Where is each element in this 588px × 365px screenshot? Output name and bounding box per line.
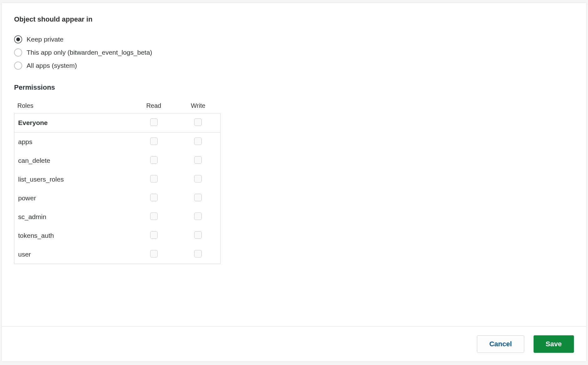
- write-cell: [176, 132, 220, 152]
- appear-in-radio-group: Keep privateThis app only (bitwarden_eve…: [14, 35, 574, 70]
- radio-button-icon[interactable]: [14, 62, 22, 70]
- radio-label: All apps (system): [27, 62, 77, 69]
- permissions-row: tokens_auth: [14, 226, 220, 245]
- read-checkbox[interactable]: [150, 138, 158, 145]
- role-name-cell: list_users_roles: [14, 170, 132, 189]
- role-name-cell: Everyone: [14, 113, 132, 132]
- permissions-heading: Permissions: [14, 83, 574, 92]
- permissions-header-row: Roles Read Write: [14, 102, 220, 113]
- write-cell: [176, 113, 220, 132]
- settings-panel: Object should appear in Keep privateThis…: [1, 2, 587, 362]
- col-header-read: Read: [132, 102, 176, 113]
- read-cell: [132, 113, 176, 132]
- radio-label: Keep private: [27, 36, 63, 43]
- permissions-row: sc_admin: [14, 208, 220, 226]
- write-checkbox[interactable]: [194, 175, 202, 182]
- read-checkbox[interactable]: [150, 231, 158, 239]
- col-header-roles: Roles: [14, 102, 132, 113]
- write-checkbox[interactable]: [194, 212, 202, 220]
- write-cell: [176, 151, 220, 170]
- permissions-table: Roles Read Write Everyoneappscan_deletel…: [14, 102, 220, 264]
- read-checkbox[interactable]: [150, 212, 158, 220]
- role-name-cell: power: [14, 189, 132, 208]
- read-checkbox[interactable]: [150, 156, 158, 164]
- role-name-cell: apps: [14, 132, 132, 152]
- read-cell: [132, 226, 176, 245]
- read-checkbox[interactable]: [150, 250, 158, 258]
- permissions-row: user: [14, 245, 220, 264]
- read-checkbox[interactable]: [150, 175, 158, 182]
- save-button[interactable]: Save: [534, 335, 574, 353]
- write-checkbox[interactable]: [194, 250, 202, 258]
- read-cell: [132, 132, 176, 152]
- write-cell: [176, 245, 220, 264]
- read-cell: [132, 245, 176, 264]
- read-cell: [132, 189, 176, 208]
- write-cell: [176, 208, 220, 226]
- role-name-cell: tokens_auth: [14, 226, 132, 245]
- read-checkbox[interactable]: [150, 194, 158, 201]
- write-checkbox[interactable]: [194, 118, 202, 126]
- permissions-row: list_users_roles: [14, 170, 220, 189]
- write-cell: [176, 170, 220, 189]
- read-cell: [132, 208, 176, 226]
- radio-label: This app only (bitwarden_event_logs_beta…: [27, 49, 152, 56]
- role-name-cell: user: [14, 245, 132, 264]
- radio-button-icon[interactable]: [14, 48, 22, 57]
- role-name-cell: sc_admin: [14, 208, 132, 226]
- write-checkbox[interactable]: [194, 231, 202, 239]
- radio-button-icon[interactable]: [14, 35, 22, 43]
- write-checkbox[interactable]: [194, 138, 202, 145]
- permissions-row: apps: [14, 132, 220, 152]
- permissions-row: can_delete: [14, 151, 220, 170]
- cancel-button[interactable]: Cancel: [477, 335, 524, 353]
- role-name-cell: can_delete: [14, 151, 132, 170]
- write-checkbox[interactable]: [194, 194, 202, 201]
- write-cell: [176, 189, 220, 208]
- permissions-row: power: [14, 189, 220, 208]
- radio-option-2[interactable]: All apps (system): [14, 62, 574, 70]
- dialog-footer: Cancel Save: [2, 326, 586, 362]
- read-cell: [132, 170, 176, 189]
- appear-in-heading: Object should appear in: [14, 15, 574, 23]
- col-header-write: Write: [176, 102, 220, 113]
- radio-option-0[interactable]: Keep private: [14, 35, 574, 43]
- write-cell: [176, 226, 220, 245]
- write-checkbox[interactable]: [194, 156, 202, 164]
- radio-option-1[interactable]: This app only (bitwarden_event_logs_beta…: [14, 48, 574, 57]
- read-cell: [132, 151, 176, 170]
- permissions-row: Everyone: [14, 113, 220, 132]
- read-checkbox[interactable]: [150, 118, 158, 126]
